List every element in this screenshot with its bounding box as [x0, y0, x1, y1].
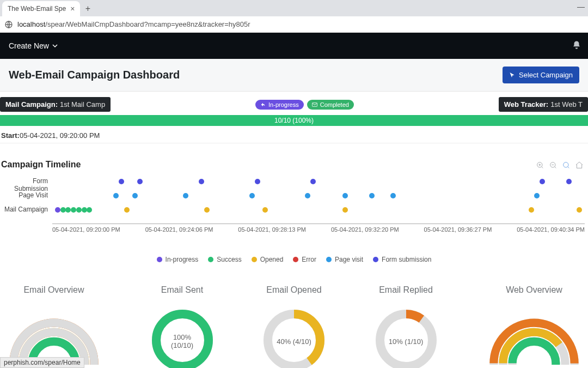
timeline-point[interactable] [534, 193, 540, 198]
email-replied-donut: 10% (1/10) [371, 305, 442, 368]
donut-title: Email Overview [2, 285, 106, 295]
mail-icon [312, 102, 317, 107]
timeline-point[interactable] [113, 193, 119, 198]
page-title: Web-Email Campaign Dashboard [9, 69, 180, 81]
create-new-dropdown[interactable]: Create New [9, 41, 58, 50]
progress-bar: 10/10 (100%) [0, 115, 588, 126]
info-strip: Mail Campaign:1st Mail Camp In-progress … [0, 92, 588, 115]
bell-icon[interactable] [572, 40, 581, 50]
x-tick: 05-04-2021, 09:24:06 PM [145, 226, 213, 233]
timeline-y-labels: Form Submission Page Visit Mail Campaign [0, 177, 51, 220]
timeline-point[interactable] [65, 207, 71, 213]
timeline-point[interactable] [305, 193, 310, 198]
timeline-point[interactable] [71, 207, 76, 213]
timeline-title: Campaign Timeline [0, 160, 588, 170]
donut-title: Email Opened [259, 285, 329, 295]
chevron-down-icon [52, 43, 58, 49]
pointer-icon [509, 72, 516, 79]
timeline-point[interactable] [60, 207, 66, 213]
chart-toolbar [536, 161, 584, 171]
donut-title: Email Sent [147, 285, 218, 295]
donut-value: 100% (10/10) [164, 333, 200, 349]
timeline-point[interactable] [132, 193, 138, 198]
zoom-out-icon[interactable] [549, 161, 558, 171]
url-text: localhost/spear/WebMailCmpDashboard?mcam… [17, 20, 250, 28]
new-tab-button[interactable]: + [80, 1, 95, 16]
timeline-point[interactable] [87, 207, 92, 213]
zoom-in-icon[interactable] [536, 161, 544, 171]
close-icon[interactable]: × [70, 4, 75, 13]
email-opened-block: Email Opened 40% (4/10) [259, 285, 329, 368]
timeline-plot[interactable] [52, 177, 585, 224]
web-overview-donut [482, 305, 586, 366]
share-icon [260, 102, 266, 107]
select-campaign-label: Select Campaign [519, 71, 573, 79]
svg-point-4 [564, 162, 568, 167]
email-sent-block: Email Sent 100% (10/10) [147, 285, 218, 368]
donut-title: Web Overview [482, 285, 586, 295]
timeline-point[interactable] [566, 179, 572, 184]
mail-campaign-pill: Mail Campaign:1st Mail Camp [0, 97, 111, 112]
select-campaign-button[interactable]: Select Campaign [503, 67, 579, 83]
zoom-select-icon[interactable] [562, 161, 571, 171]
browser-tab-strip: The Web-Email Spe × + — [0, 0, 588, 16]
timeline-point[interactable] [310, 179, 316, 184]
timeline-point[interactable] [369, 193, 375, 198]
status-badges: In-progress Completed [255, 100, 354, 110]
timeline-card: Campaign Timeline Form Submission Page V… [0, 153, 588, 263]
svg-point-21 [512, 341, 556, 365]
timeline-axis [52, 224, 585, 224]
timeline-point[interactable] [540, 179, 545, 184]
timeline-point[interactable] [82, 207, 87, 213]
email-sent-donut: 100% (10/10) [147, 305, 218, 368]
timeline-point[interactable] [76, 207, 82, 213]
email-replied-block: Email Replied 10% (1/10) [371, 285, 442, 368]
timeline-point[interactable] [249, 193, 255, 198]
timeline-point[interactable] [137, 179, 143, 184]
timeline-point[interactable] [342, 207, 348, 213]
in-progress-badge: In-progress [255, 100, 304, 110]
timeline-point[interactable] [183, 193, 188, 198]
web-tracker-pill: Web Tracker:1st Web T [499, 97, 588, 112]
timeline-point[interactable] [124, 207, 130, 213]
x-tick: 05-04-2021, 09:20:00 PM [52, 226, 120, 233]
donut-value: 40% (4/10) [277, 337, 311, 345]
x-tick: 05-04-2021, 09:40:34 PM [517, 226, 585, 233]
timeline-point[interactable] [55, 207, 60, 213]
browser-tab[interactable]: The Web-Email Spe × [2, 1, 80, 16]
donut-title: Email Replied [371, 285, 442, 295]
email-overview-block: Email Overview [2, 285, 106, 366]
browser-status-bar: perphish.com/spear/Home [0, 357, 84, 368]
email-opened-donut: 40% (4/10) [259, 305, 329, 368]
start-time-row: Start:05-04-2021, 09:20:00 PM [0, 126, 588, 143]
address-bar[interactable]: localhost/spear/WebMailCmpDashboard?mcam… [0, 16, 588, 33]
timeline-point[interactable] [342, 193, 348, 198]
timeline-point[interactable] [199, 179, 204, 184]
timeline-point[interactable] [255, 179, 260, 184]
x-tick: 05-04-2021, 09:32:20 PM [331, 226, 399, 233]
x-tick: 05-04-2021, 09:36:27 PM [424, 226, 492, 233]
web-overview-block: Web Overview [482, 285, 586, 366]
timeline-point[interactable] [262, 207, 268, 213]
donut-value: 10% (1/10) [389, 337, 424, 345]
donut-row: Email Overview Email Sent 100% (10/10) E… [0, 263, 588, 368]
x-tick: 05-04-2021, 09:28:13 PM [238, 226, 306, 233]
globe-icon [4, 20, 13, 29]
app-topbar: Create New [0, 33, 588, 59]
timeline-point[interactable] [529, 207, 534, 213]
completed-badge: Completed [307, 100, 354, 110]
home-icon[interactable] [575, 161, 584, 171]
timeline-x-ticks: 05-04-2021, 09:20:00 PM05-04-2021, 09:24… [52, 226, 585, 233]
page-header: Web-Email Campaign Dashboard Select Camp… [0, 59, 588, 92]
timeline-point[interactable] [577, 207, 582, 213]
timeline-point[interactable] [119, 179, 124, 184]
timeline-point[interactable] [204, 207, 210, 213]
tab-title: The Web-Email Spe [8, 5, 66, 13]
timeline-legend: In-progress Success Opened Error Page vi… [0, 256, 588, 263]
timeline-point[interactable] [390, 193, 396, 198]
create-new-label: Create New [9, 41, 49, 50]
minimize-icon[interactable]: — [577, 2, 585, 11]
